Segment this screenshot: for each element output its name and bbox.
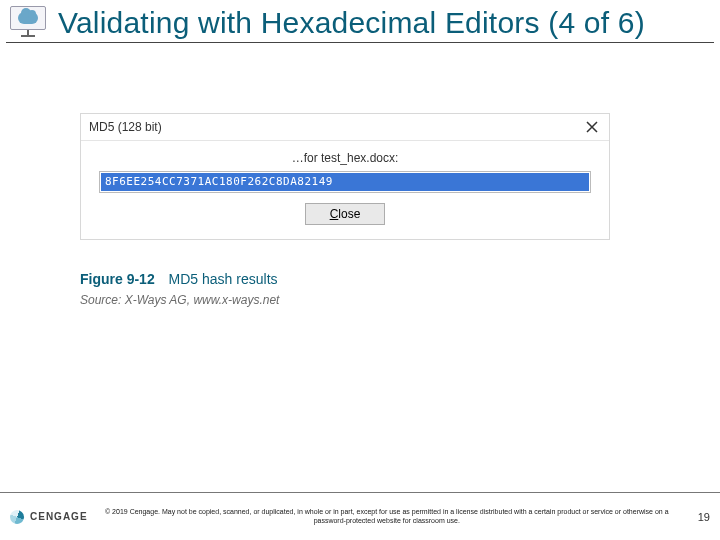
dialog-for-line: …for test_hex.docx: (99, 151, 591, 165)
title-row: Validating with Hexadecimal Editors (4 o… (0, 0, 720, 40)
dialog-body: …for test_hex.docx: 8F6EE254CC7371AC180F… (81, 141, 609, 239)
page-title: Validating with Hexadecimal Editors (4 o… (58, 6, 645, 40)
figure-caption: Figure 9-12 MD5 hash results (80, 271, 278, 287)
md5-dialog: MD5 (128 bit) …for test_hex.docx: 8F6EE2… (80, 113, 610, 240)
projector-base (21, 35, 35, 37)
close-icon[interactable] (583, 118, 601, 136)
cloud-icon (18, 12, 38, 24)
brand-text: CENGAGE (30, 511, 88, 522)
projector-screen (10, 6, 46, 30)
footer: CENGAGE © 2019 Cengage. May not be copie… (0, 492, 720, 540)
figure-title: MD5 hash results (169, 271, 278, 287)
hash-field-wrap: 8F6EE254CC7371AC180F262C8DA82149 (99, 171, 591, 193)
cengage-mark-icon (10, 510, 24, 524)
figure-source: Source: X-Ways AG, www.x-ways.net (80, 293, 279, 307)
figure-source-site: www.x-ways.net (193, 293, 279, 307)
body: MD5 (128 bit) …for test_hex.docx: 8F6EE2… (0, 43, 720, 463)
figure-source-prefix: Source: X-Ways AG, (80, 293, 193, 307)
close-button[interactable]: Close (305, 203, 385, 225)
copyright-text: © 2019 Cengage. May not be copied, scann… (94, 508, 680, 525)
projector-icon (8, 6, 48, 40)
dialog-title: MD5 (128 bit) (89, 120, 162, 134)
page-number: 19 (686, 511, 710, 523)
brand-logo: CENGAGE (10, 510, 88, 524)
slide: Validating with Hexadecimal Editors (4 o… (0, 0, 720, 540)
figure-number: Figure 9-12 (80, 271, 155, 287)
hash-value[interactable]: 8F6EE254CC7371AC180F262C8DA82149 (101, 173, 589, 191)
dialog-titlebar: MD5 (128 bit) (81, 114, 609, 141)
close-button-rest: lose (338, 207, 360, 221)
